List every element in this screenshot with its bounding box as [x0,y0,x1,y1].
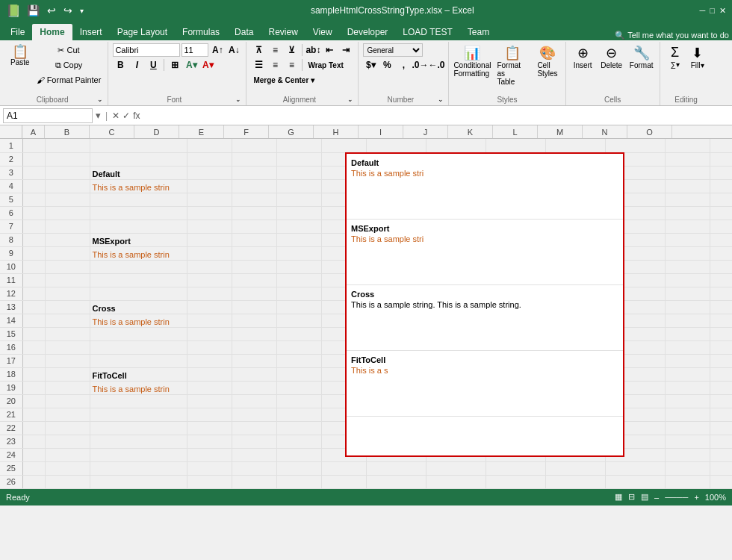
cell-N7[interactable] [710,220,732,233]
cell-F19[interactable] [276,381,321,394]
cell-B18[interactable] [45,367,90,381]
cell-C1[interactable] [90,139,187,152]
row-header-23[interactable]: 23 [0,435,22,448]
col-header-O[interactable]: O [627,125,672,138]
row-header-17[interactable]: 17 [0,354,22,367]
align-right-button[interactable]: ≡ [284,58,299,72]
cell-C8[interactable]: MSExport [90,233,187,246]
cell-M19[interactable] [665,381,710,394]
cell-E11[interactable] [232,273,276,287]
row-header-13[interactable]: 13 [0,300,22,314]
col-header-I[interactable]: I [359,125,403,138]
cell-D24[interactable] [187,448,232,461]
cell-A15[interactable] [22,327,45,340]
underline-button[interactable]: U [146,58,161,72]
row-header-12[interactable]: 12 [0,287,22,300]
col-header-D[interactable]: D [134,125,179,138]
align-bottom-button[interactable]: ⊻ [284,43,299,57]
cell-M4[interactable] [665,179,710,193]
cell-F8[interactable] [276,233,321,246]
cell-B20[interactable] [45,394,90,408]
cell-A13[interactable] [22,300,45,314]
cell-B1[interactable] [45,139,90,152]
row-header-26[interactable]: 26 [0,475,22,488]
cell-N5[interactable] [710,193,732,206]
cell-C6[interactable] [90,206,187,220]
cell-E4[interactable] [232,179,276,193]
cell-M21[interactable] [665,408,710,421]
cell-F7[interactable] [276,220,321,233]
row-header-22[interactable]: 22 [0,421,22,435]
cell-D25[interactable] [187,461,232,475]
cell-B4[interactable] [45,179,90,193]
row-header-18[interactable]: 18 [0,367,22,381]
cell-E20[interactable] [232,394,276,408]
cell-D9[interactable] [187,246,232,260]
cell-N9[interactable] [710,246,732,260]
cell-L26[interactable] [605,475,665,488]
col-header-C[interactable]: C [90,125,134,138]
cell-N23[interactable] [710,435,732,448]
format-cells-button[interactable]: 🔧 Format [628,43,655,71]
col-header-N[interactable]: N [583,125,627,138]
cell-C11[interactable] [90,273,187,287]
name-box-dropdown[interactable]: ▾ [96,110,101,121]
cell-D4[interactable] [187,179,232,193]
cell-N3[interactable] [710,166,732,179]
row-header-9[interactable]: 9 [0,246,22,260]
cell-E13[interactable] [232,300,276,314]
cell-N11[interactable] [710,273,732,287]
confirm-formula-icon[interactable]: ✓ [122,111,130,121]
cell-N4[interactable] [710,179,732,193]
cell-N1[interactable] [710,139,732,152]
cell-F18[interactable] [276,367,321,381]
cell-F2[interactable] [276,152,321,166]
cell-D6[interactable] [187,206,232,220]
percent-button[interactable]: % [379,58,394,72]
cell-C17[interactable] [90,354,187,367]
cell-M15[interactable] [665,327,710,340]
cell-C23[interactable] [90,435,187,448]
cell-N25[interactable] [710,461,732,475]
cell-M3[interactable] [665,166,710,179]
cell-M10[interactable] [665,260,710,273]
indent-increase-button[interactable]: ⇥ [338,43,353,57]
cell-D2[interactable] [187,152,232,166]
cell-F25[interactable] [276,461,321,475]
cell-styles-button[interactable]: 🎨 CellStyles [534,43,560,79]
cell-E16[interactable] [232,340,276,354]
zoom-slider[interactable]: ──── [665,493,688,502]
col-header-M[interactable]: M [538,125,583,138]
cell-F5[interactable] [276,193,321,206]
row-header-20[interactable]: 20 [0,394,22,408]
bold-button[interactable]: B [113,58,128,72]
row-header-11[interactable]: 11 [0,273,22,287]
cell-N10[interactable] [710,260,732,273]
cell-J26[interactable] [486,475,545,488]
select-all-button[interactable] [0,125,22,138]
conditional-formatting-button[interactable]: 📊 ConditionalFormatting [453,43,491,79]
tell-me-search[interactable]: 🔍 Tell me what you want to do [615,31,729,40]
col-header-H[interactable]: H [314,125,359,138]
comma-button[interactable]: , [396,58,411,72]
cell-N24[interactable] [710,448,732,461]
cell-A6[interactable] [22,206,45,220]
cell-F9[interactable] [276,246,321,260]
alignment-expand-icon[interactable]: ⌄ [347,96,353,103]
cell-E8[interactable] [232,233,276,246]
cell-I26[interactable] [426,475,486,488]
insert-function-icon[interactable]: fx [133,111,140,121]
decimal-increase-button[interactable]: .0→ [412,58,427,72]
cell-E12[interactable] [232,287,276,300]
row-header-7[interactable]: 7 [0,220,22,233]
cut-button[interactable]: ✂ Cut [34,43,104,57]
zoom-out-button[interactable]: – [654,493,659,502]
text-direction-button[interactable]: ab↕ [305,43,320,57]
col-header-G[interactable]: G [269,125,314,138]
cell-J25[interactable] [486,461,545,475]
align-center-button[interactable]: ≡ [267,58,282,72]
insert-cells-button[interactable]: ⊕ Insert [571,43,595,71]
cell-F6[interactable] [276,206,321,220]
cell-D7[interactable] [187,220,232,233]
cell-M16[interactable] [665,340,710,354]
